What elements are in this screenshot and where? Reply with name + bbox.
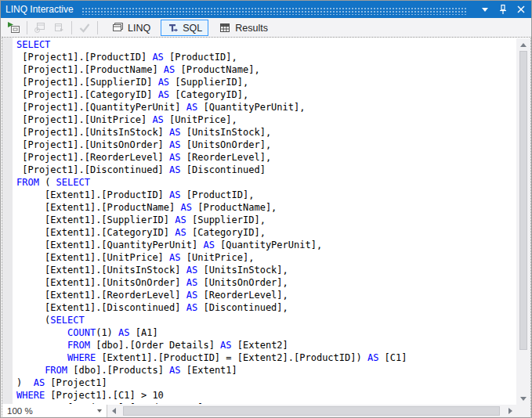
code-line: [Extent1].[Discontinued] AS [Discontinue… [16, 301, 513, 314]
code-line: COUNT(1) AS [A1] [16, 326, 513, 339]
code-line: [Project1].[ProductName] AS [ProductName… [16, 63, 513, 76]
window-gear-icon [33, 21, 47, 34]
code-line: [Extent1].[UnitsOnOrder] AS [UnitsOnOrde… [16, 276, 513, 289]
scrollbar-corner [516, 405, 530, 417]
validate-button[interactable] [75, 20, 94, 36]
toolbar-separator [27, 21, 27, 34]
close-icon [516, 5, 526, 14]
connection-options-button[interactable] [31, 20, 49, 36]
code-line: [Extent1].[UnitPrice] AS [UnitPrice], [16, 251, 513, 264]
code-line: [Project1].[CategoryID] AS [CategoryID], [16, 88, 513, 101]
code-line: WHERE [Extent1].[ProductID] = [Extent2].… [16, 351, 513, 364]
sql-editor[interactable]: SELECT [Project1].[ProductID] AS [Produc… [2, 37, 531, 418]
linq-interactive-tool-window: LINQ Interactive [0, 0, 532, 418]
tab-sql-label: SQL [183, 23, 202, 34]
code-line: (SELECT [16, 314, 513, 326]
sql-transform-icon [167, 22, 179, 34]
code-line: [Project1].[ReorderLevel] AS [ReorderLev… [16, 151, 513, 164]
auto-hide-pin-button[interactable] [496, 3, 510, 16]
code-line: FROM ( SELECT [16, 176, 513, 189]
zoom-control[interactable]: 100 % [2, 405, 107, 417]
chevron-down-icon [482, 8, 488, 12]
code-line: [Extent1].[ReorderLevel] AS [ReorderLeve… [16, 289, 513, 301]
code-line: ORDER BY [Project1].[ProductName] ASC [16, 402, 513, 404]
chevron-down-icon [97, 409, 102, 413]
toolbar: LINQ SQL Results [1, 18, 532, 38]
toolbar-separator [97, 21, 98, 34]
toolbar-separator [71, 21, 72, 34]
code-line: [Extent1].[SupplierID] AS [SupplierID], [16, 214, 513, 226]
code-line: [Project1].[UnitsInStock] AS [UnitsInSto… [16, 126, 513, 139]
linq-editor-icon [111, 22, 124, 34]
titlebar-grip-dots [81, 6, 468, 15]
tab-results[interactable]: Results [212, 20, 274, 36]
horizontal-scrollbar-thumb[interactable] [123, 406, 500, 416]
results-grid-icon [219, 22, 231, 34]
submit-changes-button[interactable] [49, 20, 68, 36]
run-window-icon [7, 21, 21, 34]
code-line: [Extent1].[CategoryID] AS [CategoryID], [16, 226, 513, 239]
tab-linq[interactable]: LINQ [105, 20, 157, 36]
code-line: [Extent1].[UnitsInStock] AS [UnitsInStoc… [16, 264, 513, 276]
titlebar[interactable]: LINQ Interactive [1, 1, 532, 18]
close-button[interactable] [514, 3, 528, 16]
scroll-up-button[interactable] [516, 38, 530, 51]
vertical-scrollbar-thumb[interactable] [519, 51, 527, 350]
code-line: [Project1].[ProductID] AS [ProductID], [16, 51, 513, 63]
database-commit-icon [52, 21, 66, 34]
zoom-level: 100 % [7, 406, 33, 416]
vertical-scrollbar[interactable] [516, 38, 530, 405]
arrow-down-icon [520, 397, 527, 401]
window-title: LINQ Interactive [5, 4, 74, 15]
code-line: [Project1].[UnitsOnOrder] AS [UnitsOnOrd… [16, 139, 513, 151]
code-line: [Project1].[QuantityPerUnit] AS [Quantit… [16, 101, 513, 114]
checkmark-icon [78, 21, 92, 34]
scroll-right-button[interactable] [504, 405, 516, 417]
arrow-right-icon [508, 408, 512, 414]
scroll-down-button[interactable] [516, 392, 530, 405]
pin-icon [498, 4, 508, 15]
code-line: [Extent1].[ProductID] AS [ProductID], [16, 189, 513, 201]
horizontal-scrollbar-track[interactable] [120, 405, 504, 417]
tab-sql[interactable]: SQL [161, 20, 208, 36]
scroll-left-button[interactable] [107, 405, 120, 417]
indicator-margin [2, 38, 13, 404]
horizontal-scrollbar[interactable]: 100 % [2, 405, 516, 417]
tab-linq-label: LINQ [128, 23, 150, 34]
arrow-up-icon [520, 43, 527, 47]
code-line: [Extent1].[QuantityPerUnit] AS [Quantity… [16, 239, 513, 251]
code-line: [Project1].[Discontinued] AS [Discontinu… [16, 164, 513, 176]
code-line: [Project1].[SupplierID] AS [SupplierID], [16, 76, 513, 88]
code-line: [Project1].[UnitPrice] AS [UnitPrice], [16, 114, 513, 126]
sql-code[interactable]: SELECT [Project1].[ProductID] AS [Produc… [16, 38, 513, 404]
window-position-button[interactable] [478, 3, 492, 16]
code-line: [Extent1].[ProductName] AS [ProductName]… [16, 201, 513, 214]
tab-results-label: Results [235, 23, 268, 34]
code-line: FROM [dbo].[Products] AS [Extent1] [16, 364, 513, 377]
code-line: FROM [dbo].[Order Details] AS [Extent2] [16, 339, 513, 351]
execute-query-button[interactable] [5, 20, 24, 36]
code-line: ) AS [Project1] [16, 377, 513, 389]
code-line: WHERE [Project1].[C1] > 10 [16, 389, 513, 402]
code-line: SELECT [16, 38, 513, 51]
arrow-left-icon [112, 408, 116, 414]
